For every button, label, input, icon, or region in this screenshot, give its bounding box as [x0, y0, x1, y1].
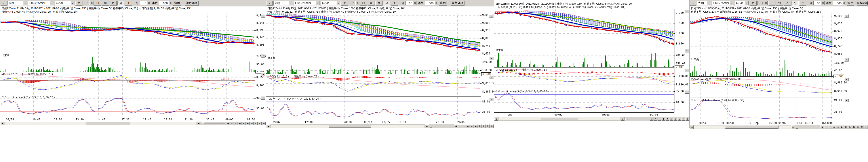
magnifier-button[interactable]: ⊕: [262, 122, 266, 125]
zoom-out-button[interactable]: −: [234, 122, 238, 125]
close-tool-button[interactable]: ✕: [860, 125, 864, 129]
zoom-slider[interactable]: [201, 122, 226, 125]
scrollbar-track[interactable]: [271, 125, 425, 128]
macd-pane-dropdown[interactable]: ▼: [489, 76, 493, 79]
contract-month-select[interactable]: 11/09▼: [55, 1, 75, 5]
step-back-button[interactable]: ◀: [650, 117, 653, 120]
period-week-button[interactable]: 週: [368, 1, 375, 5]
bar-count-spinner-value[interactable]: 600: [833, 1, 842, 5]
main-pane-dropdown[interactable]: ▼: [261, 15, 266, 18]
reset-button[interactable]: R: [258, 122, 261, 125]
minute-value-spinner[interactable]: 15▨: [405, 1, 417, 5]
spinner-edit-icon[interactable]: ▨: [355, 1, 359, 5]
zoom-out-button[interactable]: −: [658, 117, 661, 120]
bar-count-spinner[interactable]: 600▨: [425, 1, 438, 5]
scrollbar-thumb[interactable]: [725, 126, 779, 129]
zoom-out-button[interactable]: −: [828, 125, 832, 129]
spinner-edit-icon[interactable]: ▨: [842, 1, 846, 5]
apply-button[interactable]: 適用: [847, 1, 854, 5]
period-tick-button[interactable]: T: [391, 1, 398, 5]
period-day-button[interactable]: 日: [360, 1, 367, 5]
jump-end-button[interactable]: »: [864, 125, 868, 129]
spinner-edit-icon[interactable]: ▨: [821, 1, 825, 5]
chevron-down-icon[interactable]: ▼: [50, 1, 54, 5]
crosshair-button[interactable]: ◆: [832, 125, 836, 129]
scroll-right-button[interactable]: ▶: [791, 125, 795, 129]
step-forward-button[interactable]: ▶: [246, 122, 250, 125]
stoch-pane-dropdown[interactable]: ▼: [844, 99, 848, 102]
line-tool-button[interactable]: L: [254, 122, 258, 125]
scroll-left-button[interactable]: ◀: [690, 125, 694, 129]
crosshair-button[interactable]: ◆: [661, 117, 665, 120]
zoom-in-button[interactable]: +: [654, 117, 657, 120]
zoom-in-button[interactable]: +: [824, 125, 828, 129]
main-pane-dropdown[interactable]: ▼: [685, 10, 689, 13]
zoom-slider-handle[interactable]: [625, 118, 628, 120]
chevron-down-icon[interactable]: ▼: [745, 1, 749, 5]
contract-month-select[interactable]: 11/09▼: [735, 1, 749, 5]
spinner-edit-icon[interactable]: ▨: [90, 1, 93, 5]
bar-count-spinner-value[interactable]: 600: [425, 1, 434, 5]
step-forward-button[interactable]: ▶: [670, 117, 673, 120]
scroll-right-button[interactable]: ▶: [197, 122, 201, 125]
bar-multiplier-spinner[interactable]: 1▨: [757, 1, 768, 5]
scrollbar-track[interactable]: [694, 125, 791, 129]
bar-type-button[interactable]: 足: [749, 1, 756, 5]
line-tool-button[interactable]: L: [678, 117, 681, 120]
instrument-category-select[interactable]: 先物▼: [697, 1, 711, 5]
chevron-down-icon[interactable]: ▼: [316, 1, 320, 5]
marker-button[interactable]: ■: [836, 125, 840, 129]
bar-multiplier-spinner-value[interactable]: 1: [757, 1, 764, 5]
period-week-button[interactable]: 週: [776, 1, 783, 5]
main-pane-dropdown[interactable]: ▼: [844, 15, 848, 18]
bar-multiplier-spinner-value[interactable]: 1: [349, 1, 355, 5]
marker-button[interactable]: ■: [242, 122, 246, 125]
apply-button[interactable]: 適用: [173, 1, 181, 5]
bar-type-button[interactable]: 足: [75, 1, 83, 5]
zoom-slider[interactable]: [796, 126, 820, 129]
symbol-select[interactable]: 日経225mini▼: [294, 1, 320, 5]
chevron-down-icon[interactable]: ▼: [23, 1, 27, 5]
chevron-down-icon[interactable]: ▼: [730, 1, 734, 5]
zoom-slider[interactable]: [625, 117, 649, 120]
zoom-in-button[interactable]: +: [458, 125, 462, 128]
step-back-button[interactable]: ◀: [454, 125, 458, 128]
scrollbar-track[interactable]: [5, 122, 197, 125]
symbol-select[interactable]: 日経225mini▼: [712, 1, 734, 5]
minute-value-spinner-value[interactable]: 60: [813, 1, 821, 5]
period-month-button[interactable]: 月: [375, 1, 382, 5]
stoch-pane-dropdown[interactable]: ▼: [685, 90, 689, 93]
collapsed-combo-button[interactable]: ▼: [1, 1, 7, 5]
period-tick-button[interactable]: T: [125, 1, 132, 5]
zoom-slider-handle[interactable]: [430, 125, 432, 128]
volume-pane-dropdown[interactable]: ▼: [685, 49, 689, 52]
magnifier-button[interactable]: ⊕: [490, 125, 494, 128]
step-back-button[interactable]: ◀: [820, 125, 824, 129]
spinner-edit-icon[interactable]: ▨: [764, 1, 768, 5]
magnifier-button[interactable]: ⊕: [685, 117, 689, 120]
period-minute-button[interactable]: 分: [383, 1, 390, 5]
draw-mode-button[interactable]: D: [250, 122, 254, 125]
instrument-category-select[interactable]: 先物▼: [7, 1, 27, 5]
step-forward-button[interactable]: ▶: [840, 125, 844, 129]
step-back-button[interactable]: ◀: [226, 122, 230, 125]
spinner-edit-icon[interactable]: ▨: [168, 1, 173, 5]
scroll-left-button[interactable]: ◀: [494, 117, 498, 120]
bar-count-spinner[interactable]: 600▨: [159, 1, 173, 5]
minute-value-spinner-value[interactable]: 15: [405, 1, 413, 5]
minute-value-spinner[interactable]: 60▨: [813, 1, 825, 5]
macd-pane-dropdown[interactable]: ▼: [685, 69, 689, 72]
scroll-left-button[interactable]: ◀: [0, 122, 4, 125]
marker-button[interactable]: ■: [470, 125, 474, 128]
bar-multiplier-spinner-value[interactable]: 1: [83, 1, 90, 5]
volume-pane-dropdown[interactable]: ▼: [261, 54, 266, 57]
period-minute-button[interactable]: 分: [792, 1, 799, 5]
scrollbar-thumb[interactable]: [541, 117, 578, 120]
spinner-edit-icon[interactable]: ▨: [434, 1, 438, 5]
line-tool-button[interactable]: L: [848, 125, 852, 129]
zoom-in-button[interactable]: +: [230, 122, 234, 125]
reset-button[interactable]: R: [486, 125, 490, 128]
contract-month-select[interactable]: 11/09▼: [321, 1, 341, 5]
stoch-pane-dropdown[interactable]: ▼: [261, 96, 266, 100]
bar-type-button[interactable]: 足: [341, 1, 348, 5]
